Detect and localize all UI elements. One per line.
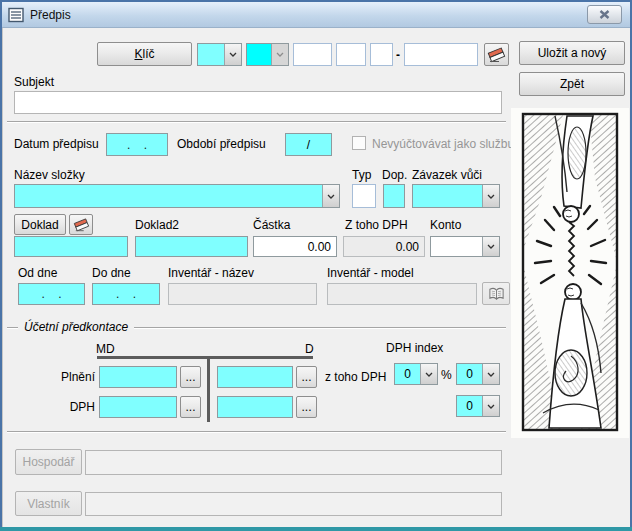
dph-index-select-2-value: 0 (457, 396, 482, 416)
od-dne-label: Od dne (18, 266, 57, 280)
key-field-2[interactable] (336, 43, 366, 66)
obdobi-predpisu-label: Období předpisu (177, 137, 266, 151)
key-combo-1-value (198, 44, 224, 65)
dop-label: Dop. (382, 168, 407, 182)
back-button[interactable]: Zpět (519, 72, 625, 96)
key-combo-1-dropdown[interactable] (224, 44, 241, 65)
titlebar[interactable]: Předpis (2, 2, 630, 28)
key-combo-2-dropdown (271, 44, 288, 65)
dph-md-lookup-button[interactable]: ... (180, 396, 201, 418)
vlastnik-field (85, 492, 502, 516)
typ-label: Typ (352, 168, 371, 182)
ztoho-dph-inline-label: z toho DPH (325, 370, 386, 384)
castka-label: Částka (253, 218, 290, 232)
subjekt-field[interactable] (14, 91, 502, 114)
nazev-slozky-value (15, 185, 322, 207)
chevron-down-icon (487, 244, 495, 249)
chevron-down-icon (487, 194, 495, 199)
datum-predpisu-field[interactable]: . . (106, 133, 168, 156)
inventar-lookup-button (482, 282, 510, 305)
ztoho-dph-select[interactable]: 0 (394, 363, 438, 385)
dph-index-header: DPH index (386, 341, 443, 355)
predkontace-group-label: Účetní předkontace (18, 320, 134, 334)
dph-d-lookup-button[interactable]: ... (296, 396, 317, 418)
typ-field[interactable] (352, 184, 376, 208)
key-field-4[interactable] (404, 43, 478, 66)
dph-d-field[interactable] (217, 396, 293, 418)
artwork-tug-of-war-sketch (511, 108, 629, 438)
dph-index-select-1-dropdown[interactable] (482, 364, 499, 384)
chevron-down-icon (487, 372, 495, 377)
zavazek-vuci-dropdown[interactable] (482, 185, 499, 207)
dph-index-select-1[interactable]: 0 (456, 363, 500, 385)
dph-index-select-2[interactable]: 0 (456, 395, 500, 417)
key-separator: - (396, 48, 400, 62)
dph-label: DPH (30, 400, 95, 414)
key-combo-2[interactable] (246, 43, 289, 66)
key-combo-2-value (247, 44, 271, 65)
zavazek-vuci-label: Závazek vůči (412, 168, 482, 182)
chevron-down-icon (229, 52, 237, 57)
taccount-vertical-line (207, 356, 210, 422)
chevron-down-icon (327, 194, 335, 199)
ztoho-dph-select-value: 0 (395, 364, 420, 384)
key-erase-button[interactable] (484, 43, 509, 66)
plneni-d-field[interactable] (217, 366, 293, 388)
ztoho-dph-field: 0.00 (343, 236, 425, 257)
nazev-slozky-combo[interactable] (14, 184, 340, 208)
window-form-icon (8, 7, 24, 23)
window-title: Předpis (30, 8, 71, 22)
doklad-erase-button[interactable] (69, 214, 93, 235)
close-button[interactable] (587, 5, 622, 24)
konto-combo[interactable] (430, 236, 500, 257)
percent-label: % (441, 368, 452, 382)
inventar-model-label: Inventář - model (327, 266, 414, 280)
subjekt-label: Subjekt (14, 75, 54, 89)
od-dne-field[interactable]: . . (18, 283, 85, 305)
obdobi-predpisu-field[interactable]: / (285, 133, 332, 156)
plneni-md-field[interactable] (99, 366, 177, 388)
open-book-icon (488, 287, 505, 301)
ztoho-dph-select-dropdown[interactable] (420, 364, 437, 384)
doklad-field[interactable] (14, 236, 128, 257)
close-icon (599, 10, 610, 19)
chevron-down-icon (276, 52, 284, 57)
taccount-horizontal-line (97, 356, 313, 359)
nazev-slozky-dropdown[interactable] (322, 185, 339, 207)
nazev-slozky-label: Název složky (14, 168, 85, 182)
do-dne-label: Do dne (92, 266, 131, 280)
dph-index-select-2-dropdown[interactable] (482, 396, 499, 416)
klic-button-label: líč (143, 47, 155, 61)
datum-predpisu-label: Datum předpisu (14, 137, 99, 151)
zavazek-vuci-combo[interactable] (412, 184, 500, 208)
konto-dropdown[interactable] (482, 237, 499, 256)
nevyuctovavat-checkbox[interactable] (352, 136, 366, 150)
hospodar-button: Hospodář (15, 449, 82, 475)
klic-button-mnemonic: K (134, 47, 142, 61)
hospodar-field (85, 450, 502, 475)
klic-button[interactable]: Klíč (97, 42, 192, 66)
vlastnik-button: Vlastník (15, 491, 82, 516)
key-field-1[interactable] (293, 43, 332, 66)
md-header: MD (96, 342, 115, 356)
inventar-model-field (327, 283, 477, 305)
do-dne-field[interactable]: . . (92, 283, 160, 305)
konto-label: Konto (430, 218, 461, 232)
dph-md-field[interactable] (99, 396, 177, 418)
dop-field[interactable] (383, 184, 405, 208)
doklad2-label: Doklad2 (135, 218, 179, 232)
doklad2-field[interactable] (135, 236, 248, 257)
plneni-md-lookup-button[interactable]: ... (180, 366, 201, 388)
separator-line-top (7, 121, 506, 122)
inventar-nazev-label: Inventář - název (168, 266, 254, 280)
plneni-d-lookup-button[interactable]: ... (296, 366, 317, 388)
konto-value (431, 237, 482, 256)
save-new-button[interactable]: Uložit a nový (519, 41, 625, 65)
plneni-label: Plnění (30, 370, 95, 384)
doklad-button[interactable]: Doklad (14, 214, 66, 235)
d-header: D (305, 342, 314, 356)
castka-field[interactable]: 0.00 (253, 236, 337, 257)
nevyuctovavat-checkbox-label: Nevyúčtovávat jako službu (372, 137, 514, 151)
key-combo-1[interactable] (197, 43, 242, 66)
key-field-3[interactable] (370, 43, 393, 66)
